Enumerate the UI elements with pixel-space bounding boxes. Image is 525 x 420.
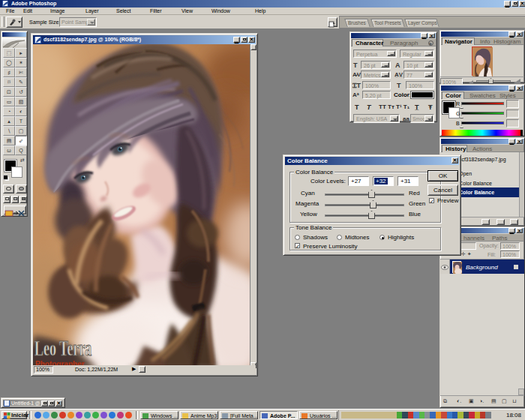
svg-text:Leo Terra: Leo Terra [34, 337, 92, 360]
